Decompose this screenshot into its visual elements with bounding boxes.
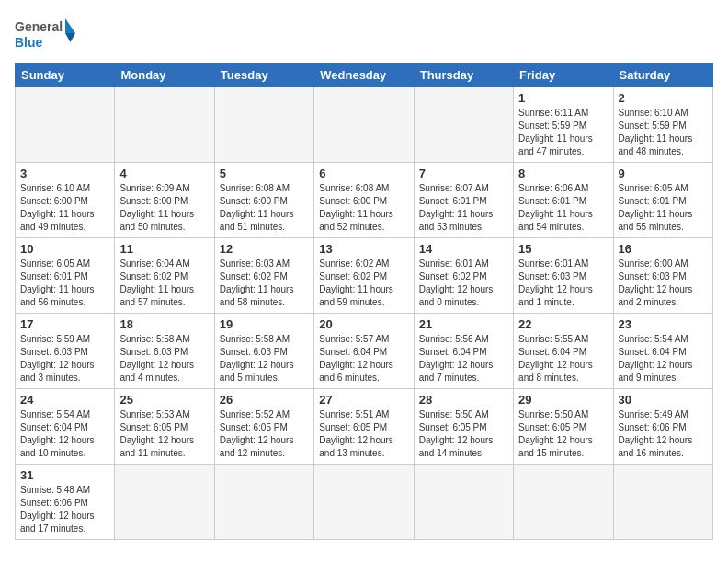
calendar-day-cell: 9Sunrise: 6:05 AM Sunset: 6:01 PM Daylig…	[613, 163, 712, 238]
calendar-day-cell	[16, 87, 115, 163]
day-info: Sunrise: 6:10 AM Sunset: 6:00 PM Dayligh…	[20, 182, 109, 234]
calendar-week-row: 1Sunrise: 6:11 AM Sunset: 5:59 PM Daylig…	[16, 87, 713, 163]
day-info: Sunrise: 5:48 AM Sunset: 6:06 PM Dayligh…	[20, 484, 109, 535]
day-number: 12	[220, 242, 309, 256]
calendar-day-cell: 21Sunrise: 5:56 AM Sunset: 6:04 PM Dayli…	[414, 314, 513, 389]
day-number: 28	[419, 393, 508, 407]
header-section: General Blue	[15, 15, 713, 53]
calendar-day-cell: 30Sunrise: 5:49 AM Sunset: 6:06 PM Dayli…	[613, 389, 712, 465]
day-number: 24	[20, 393, 109, 407]
calendar-day-cell	[115, 87, 214, 163]
day-info: Sunrise: 6:04 AM Sunset: 6:02 PM Dayligh…	[119, 258, 209, 309]
calendar-day-cell: 31Sunrise: 5:48 AM Sunset: 6:06 PM Dayli…	[16, 465, 115, 540]
calendar-day-cell	[314, 87, 414, 163]
day-number: 31	[20, 468, 109, 482]
calendar-day-cell: 15Sunrise: 6:01 AM Sunset: 6:03 PM Dayli…	[514, 238, 613, 314]
day-info: Sunrise: 6:06 AM Sunset: 6:01 PM Dayligh…	[518, 182, 608, 234]
day-number: 23	[619, 317, 708, 331]
weekday-header-tuesday: Tuesday	[214, 63, 313, 87]
day-number: 6	[319, 167, 408, 180]
calendar-day-cell	[414, 87, 513, 163]
calendar-week-row: 3Sunrise: 6:10 AM Sunset: 6:00 PM Daylig…	[16, 163, 713, 238]
day-info: Sunrise: 6:01 AM Sunset: 6:02 PM Dayligh…	[419, 258, 508, 309]
day-number: 19	[220, 317, 309, 331]
calendar-day-cell: 23Sunrise: 5:54 AM Sunset: 6:04 PM Dayli…	[613, 314, 712, 389]
weekday-header-friday: Friday	[514, 63, 613, 87]
day-number: 14	[419, 242, 508, 256]
calendar-day-cell: 6Sunrise: 6:08 AM Sunset: 6:00 PM Daylig…	[314, 163, 414, 238]
calendar-day-cell	[414, 465, 513, 540]
calendar-day-cell: 11Sunrise: 6:04 AM Sunset: 6:02 PM Dayli…	[115, 238, 214, 314]
day-number: 22	[518, 317, 608, 331]
day-number: 17	[20, 317, 109, 331]
day-info: Sunrise: 5:54 AM Sunset: 6:04 PM Dayligh…	[20, 408, 109, 460]
day-info: Sunrise: 5:52 AM Sunset: 6:05 PM Dayligh…	[220, 408, 309, 460]
day-number: 2	[619, 91, 708, 105]
day-number: 30	[619, 393, 708, 407]
calendar-day-cell	[514, 465, 613, 540]
day-number: 21	[419, 317, 508, 331]
calendar-day-cell: 20Sunrise: 5:57 AM Sunset: 6:04 PM Dayli…	[314, 314, 414, 389]
calendar-day-cell: 19Sunrise: 5:58 AM Sunset: 6:03 PM Dayli…	[214, 314, 313, 389]
weekday-header-wednesday: Wednesday	[314, 63, 414, 87]
calendar-week-row: 31Sunrise: 5:48 AM Sunset: 6:06 PM Dayli…	[16, 465, 713, 540]
day-info: Sunrise: 6:02 AM Sunset: 6:02 PM Dayligh…	[319, 258, 408, 309]
day-info: Sunrise: 5:58 AM Sunset: 6:03 PM Dayligh…	[220, 333, 309, 385]
day-info: Sunrise: 5:57 AM Sunset: 6:04 PM Dayligh…	[319, 333, 408, 385]
day-info: Sunrise: 6:03 AM Sunset: 6:02 PM Dayligh…	[220, 258, 309, 309]
day-number: 20	[319, 317, 408, 331]
day-info: Sunrise: 6:09 AM Sunset: 6:00 PM Dayligh…	[119, 182, 209, 234]
calendar-day-cell: 16Sunrise: 6:00 AM Sunset: 6:03 PM Dayli…	[613, 238, 712, 314]
calendar-day-cell: 26Sunrise: 5:52 AM Sunset: 6:05 PM Dayli…	[214, 389, 313, 465]
day-number: 13	[319, 242, 408, 256]
svg-text:General: General	[15, 19, 63, 34]
calendar-week-row: 10Sunrise: 6:05 AM Sunset: 6:01 PM Dayli…	[16, 238, 713, 314]
day-number: 10	[20, 242, 109, 256]
day-info: Sunrise: 5:53 AM Sunset: 6:05 PM Dayligh…	[119, 408, 209, 460]
calendar-day-cell: 28Sunrise: 5:50 AM Sunset: 6:05 PM Dayli…	[414, 389, 513, 465]
day-number: 11	[119, 242, 209, 256]
day-info: Sunrise: 6:11 AM Sunset: 5:59 PM Dayligh…	[518, 107, 608, 158]
day-info: Sunrise: 5:58 AM Sunset: 6:03 PM Dayligh…	[119, 333, 209, 385]
day-info: Sunrise: 6:08 AM Sunset: 6:00 PM Dayligh…	[220, 182, 309, 234]
day-info: Sunrise: 6:05 AM Sunset: 6:01 PM Dayligh…	[20, 258, 109, 309]
calendar-week-row: 17Sunrise: 5:59 AM Sunset: 6:03 PM Dayli…	[16, 314, 713, 389]
calendar-day-cell: 24Sunrise: 5:54 AM Sunset: 6:04 PM Dayli…	[16, 389, 115, 465]
svg-marker-2	[65, 18, 75, 33]
day-number: 4	[119, 167, 209, 180]
logo: General Blue	[15, 15, 79, 53]
day-number: 3	[20, 167, 109, 180]
day-info: Sunrise: 6:00 AM Sunset: 6:03 PM Dayligh…	[619, 258, 708, 309]
day-info: Sunrise: 5:50 AM Sunset: 6:05 PM Dayligh…	[518, 408, 608, 460]
calendar-day-cell: 18Sunrise: 5:58 AM Sunset: 6:03 PM Dayli…	[115, 314, 214, 389]
calendar-day-cell: 27Sunrise: 5:51 AM Sunset: 6:05 PM Dayli…	[314, 389, 414, 465]
day-number: 26	[220, 393, 309, 407]
day-info: Sunrise: 5:59 AM Sunset: 6:03 PM Dayligh…	[20, 333, 109, 385]
day-number: 5	[220, 167, 309, 180]
calendar-table: SundayMondayTuesdayWednesdayThursdayFrid…	[15, 63, 713, 540]
day-info: Sunrise: 5:56 AM Sunset: 6:04 PM Dayligh…	[419, 333, 508, 385]
day-number: 25	[119, 393, 209, 407]
calendar-day-cell: 17Sunrise: 5:59 AM Sunset: 6:03 PM Dayli…	[16, 314, 115, 389]
calendar-day-cell: 1Sunrise: 6:11 AM Sunset: 5:59 PM Daylig…	[514, 87, 613, 163]
day-info: Sunrise: 6:05 AM Sunset: 6:01 PM Dayligh…	[619, 182, 708, 234]
calendar-day-cell	[314, 465, 414, 540]
day-info: Sunrise: 5:50 AM Sunset: 6:05 PM Dayligh…	[419, 408, 508, 460]
svg-text:Blue: Blue	[15, 35, 43, 50]
day-number: 15	[518, 242, 608, 256]
weekday-header-saturday: Saturday	[613, 63, 712, 87]
day-number: 7	[419, 167, 508, 180]
svg-marker-3	[65, 33, 75, 42]
calendar-day-cell: 5Sunrise: 6:08 AM Sunset: 6:00 PM Daylig…	[214, 163, 313, 238]
calendar-day-cell: 14Sunrise: 6:01 AM Sunset: 6:02 PM Dayli…	[414, 238, 513, 314]
day-number: 29	[518, 393, 608, 407]
calendar-day-cell: 3Sunrise: 6:10 AM Sunset: 6:00 PM Daylig…	[16, 163, 115, 238]
calendar-day-cell: 29Sunrise: 5:50 AM Sunset: 6:05 PM Dayli…	[514, 389, 613, 465]
calendar-day-cell	[214, 87, 313, 163]
calendar-day-cell: 12Sunrise: 6:03 AM Sunset: 6:02 PM Dayli…	[214, 238, 313, 314]
day-info: Sunrise: 6:08 AM Sunset: 6:00 PM Dayligh…	[319, 182, 408, 234]
calendar-day-cell	[115, 465, 214, 540]
day-info: Sunrise: 5:55 AM Sunset: 6:04 PM Dayligh…	[518, 333, 608, 385]
day-info: Sunrise: 5:49 AM Sunset: 6:06 PM Dayligh…	[619, 408, 708, 460]
day-number: 16	[619, 242, 708, 256]
